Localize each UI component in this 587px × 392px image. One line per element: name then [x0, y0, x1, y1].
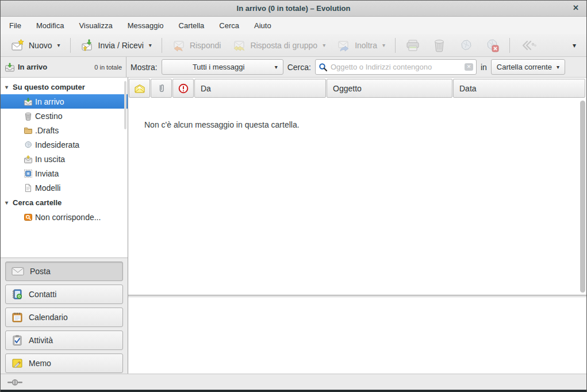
preview-pane	[128, 297, 586, 374]
switcher-label: Posta	[30, 267, 51, 276]
search-scope-combo[interactable]: Cartella corrente ▾	[491, 59, 565, 75]
new-button[interactable]: Nuovo ▾	[5, 36, 66, 55]
search-folder-icon	[24, 213, 33, 222]
search-input[interactable]	[331, 63, 462, 71]
sidebar-item-inviata[interactable]: Inviata	[1, 166, 128, 180]
close-icon[interactable]: ✕	[573, 4, 579, 11]
toolbar-separator	[70, 38, 71, 53]
toolbar-separator	[509, 38, 510, 53]
inbox-icon	[24, 97, 33, 106]
sidebar-item-indesiderata[interactable]: Indesiderata	[1, 137, 128, 152]
window-body: ▾ Su questo computer In arrivo Cestino .…	[1, 78, 586, 374]
sidebar-item-label: Inviata	[35, 169, 59, 178]
junk-button[interactable]	[454, 36, 478, 55]
empty-folder-message: Non c'è alcun messaggio in questa cartel…	[144, 120, 586, 129]
switcher-tasks-button[interactable]: Attività	[5, 330, 123, 350]
show-filter-value: Tutti i messaggi	[167, 63, 270, 71]
not-junk-icon	[485, 38, 500, 53]
menu-cartella[interactable]: Cartella	[171, 18, 212, 33]
menu-aiuto[interactable]: Aiuto	[247, 18, 279, 33]
search-entry: ✕	[315, 59, 477, 75]
message-status-icon	[134, 84, 145, 93]
search-label: Cerca:	[287, 63, 311, 72]
clear-search-icon[interactable]: ✕	[465, 63, 473, 71]
column-subject[interactable]: Oggetto	[327, 79, 452, 98]
message-list-scrollbar[interactable]	[580, 101, 585, 293]
folder-total-count: 0 in totale	[94, 64, 122, 71]
send-receive-icon	[80, 39, 94, 52]
sidebar-item-cestino[interactable]: Cestino	[1, 109, 128, 123]
sidebar-item-in-arrivo[interactable]: In arrivo	[1, 94, 128, 109]
message-list-header: Da Oggetto Data	[128, 78, 586, 98]
expander-icon[interactable]: ▾	[5, 84, 8, 90]
sidebar-item-drafts[interactable]: .Drafts	[1, 123, 128, 137]
print-button[interactable]	[401, 36, 425, 55]
sidebar-item-label: .Drafts	[35, 126, 59, 135]
menu-visualizza[interactable]: Visualizza	[71, 18, 120, 33]
sent-icon	[24, 169, 33, 178]
column-status[interactable]	[129, 79, 150, 98]
search-icon	[319, 63, 328, 72]
forward-button[interactable]: Inoltra ▾	[331, 36, 391, 55]
template-icon	[24, 183, 33, 193]
show-filter-combo[interactable]: Tutti i messaggi ▾	[162, 59, 283, 75]
junk-icon	[24, 140, 33, 149]
tree-group-this-computer[interactable]: ▾ Su questo computer	[1, 79, 128, 94]
group-reply-icon	[232, 39, 246, 52]
group-reply-dropdown-icon[interactable]: ▾	[323, 42, 325, 48]
group-reply-button[interactable]: Risposta di gruppo ▾	[227, 36, 331, 55]
sidebar-item-label: Cestino	[35, 112, 62, 121]
inbox-icon	[5, 62, 15, 72]
switcher-label: Memo	[29, 359, 51, 368]
switcher-mail-button[interactable]: Posta	[5, 262, 123, 281]
print-icon	[405, 38, 420, 53]
mail-icon	[11, 267, 24, 276]
sidebar-scrollbar[interactable]	[124, 81, 126, 129]
new-mail-icon	[11, 39, 25, 52]
message-list: Da Oggetto Data Non c'è alcun messaggio …	[128, 78, 586, 295]
menu-modifica[interactable]: Modifica	[29, 18, 71, 33]
expander-icon[interactable]: ▾	[5, 199, 8, 206]
menu-file[interactable]: File	[2, 18, 29, 33]
chevron-down-icon: ▾	[275, 64, 278, 70]
sidebar-item-modelli[interactable]: Modelli	[1, 180, 128, 195]
toolbar-separator	[395, 38, 396, 53]
back-icon	[520, 39, 537, 52]
switcher-label: Calendario	[29, 313, 68, 322]
memo-icon	[11, 358, 23, 369]
menu-messaggio[interactable]: Messaggio	[120, 18, 171, 33]
column-date[interactable]: Data	[453, 79, 585, 98]
column-from[interactable]: Da	[194, 79, 326, 98]
titlebar: In arrivo (0 in totale) – Evolution ✕	[1, 1, 586, 17]
forward-dropdown-icon[interactable]: ▾	[382, 42, 385, 48]
folder-tree: ▾ Su questo computer In arrivo Cestino .…	[1, 78, 128, 258]
evolution-window: In arrivo (0 in totale) – Evolution ✕ Fi…	[0, 0, 587, 392]
show-label: Mostra:	[131, 63, 158, 72]
sidebar: ▾ Su questo computer In arrivo Cestino .…	[1, 78, 128, 374]
online-status-icon[interactable]	[7, 378, 22, 386]
forward-label: Inoltra	[355, 41, 377, 50]
new-dropdown-icon[interactable]: ▾	[57, 42, 60, 48]
switcher-calendar-button[interactable]: Calendario	[5, 308, 123, 327]
main-area: Da Oggetto Data Non c'è alcun messaggio …	[128, 78, 586, 374]
menu-cerca[interactable]: Cerca	[212, 18, 247, 33]
column-attachment[interactable]	[151, 79, 172, 98]
reply-button[interactable]: Rispondi	[166, 36, 227, 55]
toolbar-overflow-icon[interactable]: ▾	[567, 41, 582, 49]
column-priority[interactable]	[172, 79, 194, 98]
send-receive-button[interactable]: Invia / Ricevi ▾	[75, 36, 158, 55]
tree-group-search-folders[interactable]: ▾ Cerca cartelle	[1, 195, 128, 210]
tree-group-label: Cerca cartelle	[13, 198, 62, 207]
switcher-memos-button[interactable]: Memo	[5, 353, 123, 373]
switcher-contacts-button[interactable]: Contatti	[5, 285, 123, 304]
delete-button[interactable]	[427, 36, 451, 55]
scrollbar-thumb[interactable]	[580, 101, 585, 293]
sidebar-item-label: Modelli	[35, 183, 60, 193]
sidebar-item-in-uscita[interactable]: In uscita	[1, 152, 128, 166]
sidebar-item-non-corrisponde[interactable]: Non corrisponde...	[1, 210, 128, 224]
send-receive-dropdown-icon[interactable]: ▾	[149, 42, 152, 48]
sidebar-item-label: In uscita	[35, 155, 65, 164]
not-junk-button[interactable]	[480, 36, 504, 55]
status-bar	[1, 374, 586, 390]
previous-message-button[interactable]	[515, 36, 542, 55]
